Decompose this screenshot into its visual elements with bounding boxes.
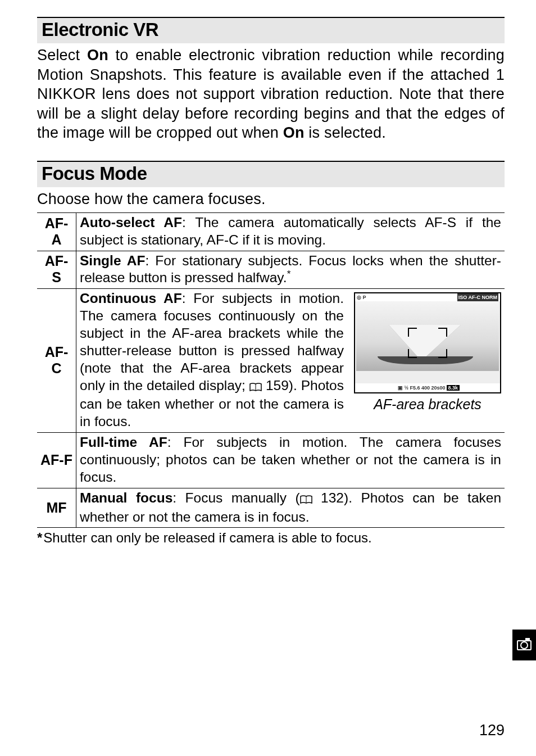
mode-key-aff: AF-F	[37, 433, 76, 488]
footnote-star: *	[37, 530, 43, 545]
af-area-brackets-overlay	[408, 328, 447, 358]
mode-key-afs: AF-S	[37, 251, 76, 289]
mode-ref-mf: 132	[321, 490, 344, 505]
footnote-marker-afs: *	[287, 268, 291, 279]
af-image-bottom-osd: ▣ ½ F5.6 400 20s008.3k	[355, 383, 500, 392]
table-row: AF-F Full-time AF: For subjects in motio…	[37, 433, 505, 488]
table-row: AF-C Continuous AF: For subjects in moti…	[37, 289, 505, 433]
side-tab	[512, 630, 536, 660]
focus-mode-table: AF-A Auto-select AF: The camera automati…	[37, 212, 505, 528]
mode-label-afs: Single AF	[80, 253, 145, 268]
mode-label-afa: Auto-select AF	[80, 215, 182, 230]
page-number: 129	[479, 722, 505, 739]
section-header-focus-mode: Focus Mode	[37, 161, 505, 187]
mode-desc-afs: Single AF: For stationary subjects. Focu…	[76, 251, 505, 289]
section-intro-focus-mode: Choose how the camera focuses.	[37, 189, 505, 209]
af-osd-top-left: ◎ P	[357, 293, 366, 301]
mode-key-mf: MF	[37, 488, 76, 528]
section-header-electronic-vr: Electronic VR	[37, 17, 505, 43]
af-osd-bottom: F5.6 400 20s00	[410, 385, 445, 391]
page: Electronic VR Select On to enable electr…	[0, 0, 536, 756]
af-osd-count: 8.3k	[447, 385, 460, 391]
af-osd-top-right: ISO AF-C NORM	[457, 293, 498, 301]
section-body-electronic-vr: Select On to enable electronic vibration…	[37, 46, 505, 143]
mode-key-afc: AF-C	[37, 289, 76, 433]
mode-label-aff: Full-time AF	[80, 434, 167, 450]
evr-body-pre: Select	[37, 47, 87, 64]
table-row: AF-A Auto-select AF: The camera automati…	[37, 212, 505, 251]
mode-label-mf: Manual focus	[80, 490, 172, 505]
mode-desc-aff: Full-time AF: For subjects in motion. Th…	[76, 433, 505, 488]
af-area-figure: ◎ P ISO AF-C NORM ▣ ½ F5.6 40	[354, 290, 501, 414]
mode-text-mf-pre: : Focus manually (	[172, 490, 299, 505]
mode-desc-afa: Auto-select AF: The camera automatically…	[76, 212, 505, 251]
mode-ref-afc: 159	[266, 378, 289, 393]
mode-label-afc: Continuous AF	[80, 291, 182, 306]
table-row: AF-S Single AF: For stationary subjects.…	[37, 251, 505, 289]
footnote: *Shutter can only be released if camera …	[37, 530, 505, 546]
af-image-top-osd: ◎ P ISO AF-C NORM	[355, 293, 500, 301]
evr-on-1: On	[87, 47, 108, 64]
evr-on-2: On	[283, 124, 305, 141]
evr-body-post: is selected.	[305, 124, 386, 141]
mode-key-afa: AF-A	[37, 212, 76, 251]
footnote-text: Shutter can only be released if camera i…	[43, 530, 371, 545]
af-area-image: ◎ P ISO AF-C NORM ▣ ½ F5.6 40	[354, 292, 501, 393]
manual-ref-icon	[300, 491, 312, 509]
manual-ref-icon	[249, 379, 262, 396]
mode-desc-mf: Manual focus: Focus manually ( 132). Pho…	[76, 488, 505, 528]
af-area-caption: AF-area brackets	[354, 396, 501, 414]
table-row: MF Manual focus: Focus manually ( 132). …	[37, 488, 505, 528]
camera-icon	[517, 640, 532, 650]
mode-desc-afc: Continuous AF: For subjects in motion. T…	[76, 289, 505, 433]
